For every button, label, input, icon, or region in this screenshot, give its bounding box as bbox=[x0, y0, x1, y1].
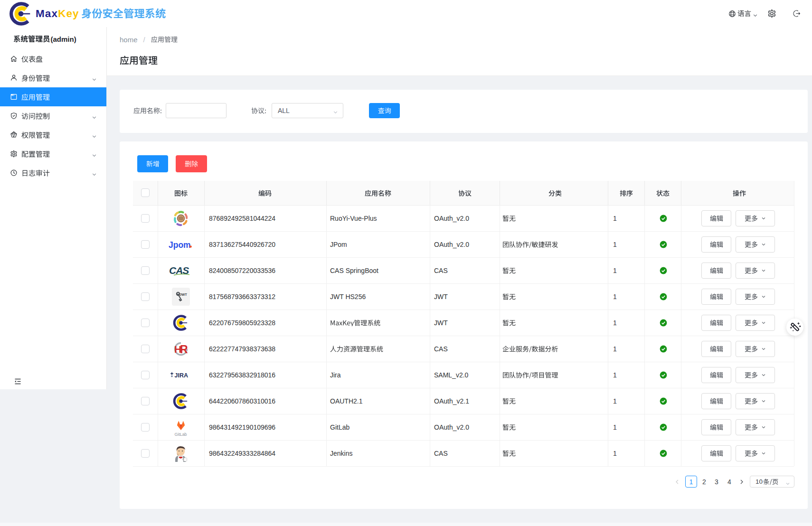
svg-text:JWT: JWT bbox=[179, 292, 187, 297]
svg-text:R: R bbox=[180, 343, 188, 356]
svg-text:GitLab: GitLab bbox=[175, 432, 187, 436]
svg-text:Jpom: Jpom bbox=[169, 240, 191, 249]
svg-text:JIRA: JIRA bbox=[175, 372, 188, 378]
